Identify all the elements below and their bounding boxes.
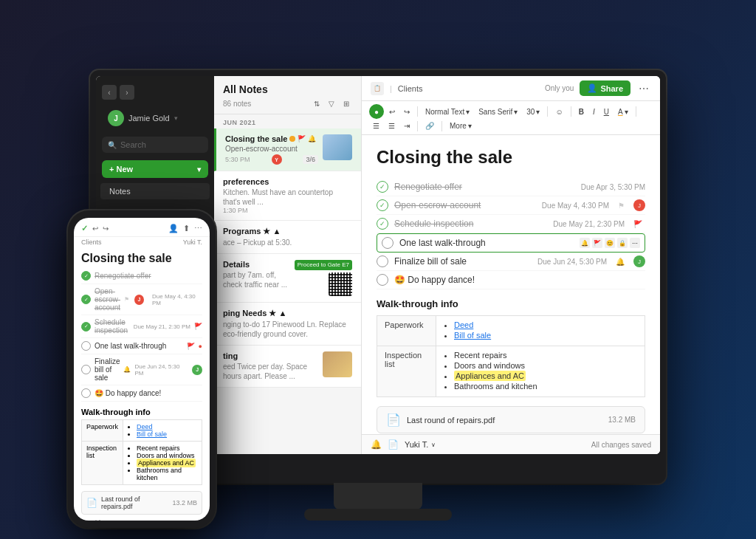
bell-icon: 🔔 [123, 366, 131, 373]
note-item-programs[interactable]: Programs ★ ▲ ace – Pickup at 5:30. [214, 221, 361, 254]
task-text: Schedule inspection [394, 219, 547, 229]
phone-task-inspection: ✓ Schedule inspection Due May 21, 2:30 P… [81, 315, 202, 338]
separator-icon: | [390, 84, 392, 93]
link-deed[interactable]: Deed [137, 423, 153, 430]
text-style-label: Normal Text [425, 108, 464, 116]
footer-username: Yuki T. [405, 440, 428, 449]
dog-thumbnail [323, 351, 352, 377]
task-text: Renegotiate offer [394, 182, 575, 192]
bullets-button[interactable]: ☰ [369, 120, 383, 131]
phone-task-renegotiate: ✓ Renegotiate offer [81, 268, 202, 284]
task-checkbox-done[interactable] [377, 181, 388, 193]
link-bill[interactable]: Bill of sale [137, 430, 167, 438]
table-label: Paperwork [82, 420, 123, 442]
task-checkbox[interactable] [377, 255, 388, 267]
view-icon[interactable]: ⊞ [340, 97, 352, 109]
table-row: Paperwork Deed Bill of sale [82, 420, 202, 442]
sidebar-item-notes[interactable]: Notes [100, 183, 210, 199]
proceed-badge: Proceed to Gate E7 [295, 260, 352, 270]
new-button[interactable]: + New ▾ [102, 160, 208, 178]
sort-icon[interactable]: ⇅ [311, 97, 323, 109]
color-button[interactable]: A ▾ [614, 106, 632, 117]
user-profile[interactable]: J Jamie Gold ▾ [100, 106, 210, 131]
task-checkbox-done[interactable] [377, 218, 388, 230]
note-meta-time: 5:30 PM [225, 156, 250, 163]
info-table: Paperwork Deed Bill of sale Inspection l… [377, 315, 645, 397]
indent-button[interactable]: ⇥ [400, 120, 413, 131]
italic-button[interactable]: I [589, 106, 599, 117]
font-size-dropdown[interactable]: 30 ▾ [523, 106, 543, 117]
text-style-dropdown[interactable]: Normal Text ▾ [422, 106, 473, 117]
link-button[interactable]: 🔗 [422, 120, 438, 131]
share-button[interactable]: 👤 Share [580, 80, 630, 96]
flag-icon: ⚑ [124, 296, 129, 303]
redo-button[interactable]: ↪ [400, 106, 413, 117]
pdf-icon: 📄 [86, 498, 97, 508]
task-checkbox[interactable] [377, 274, 388, 286]
note-item-details[interactable]: Details part by 7am. off, check traffic … [214, 254, 361, 303]
task-text: Finalize bill of sale [394, 256, 532, 267]
bell-action-icon[interactable]: 🔔 [580, 238, 590, 248]
search-bar[interactable]: 🔍 Search [102, 137, 208, 153]
link-bill-of-sale[interactable]: Bill of sale [454, 331, 491, 340]
table-label-inspection: Inspection list [377, 346, 436, 397]
back-button[interactable]: ‹ [102, 85, 117, 100]
note-item-title: Closing the sale 🚩 🔔 [225, 134, 318, 143]
task-escrow: Open-escrow-account Due May 4, 4:30 PM ⚑… [377, 196, 645, 215]
note-item-closing-sale[interactable]: Closing the sale 🚩 🔔 Open-escrow-account… [214, 128, 361, 171]
font-dropdown[interactable]: Sans Serif ▾ [475, 106, 521, 117]
share-icon[interactable]: ⬆ [183, 224, 190, 233]
lock-action-icon[interactable]: 🔒 [617, 238, 628, 248]
task-checkbox-done[interactable] [377, 199, 388, 211]
avatar-icon[interactable]: 👤 [168, 224, 179, 233]
editor-footer: 🔔 📄 Yuki T. ∨ All changes saved [362, 434, 660, 454]
emoji-button[interactable]: ☺ [551, 106, 566, 117]
smiley-action-icon[interactable]: 😊 [605, 238, 615, 248]
notes-list-panel: All Notes 86 notes ⇅ ▽ ⊞ JUN 2021 [214, 76, 362, 454]
note-item-title: ping Needs ★ ▲ [223, 309, 352, 318]
task-text: Renegotiate offer [94, 272, 202, 280]
forward-button[interactable]: › [120, 85, 134, 100]
numbered-button[interactable]: ☰ [385, 120, 399, 131]
flag-action-icon[interactable]: 🚩 [592, 238, 602, 248]
footer-user[interactable]: Yuki T. ∨ [405, 440, 436, 449]
list-item-highlighted: Appliances and AC [137, 459, 197, 467]
task-action-icons: 🔔 🚩 😊 🔒 ⋯ [580, 238, 640, 248]
bell-footer-icon[interactable]: 🔔 [371, 439, 382, 450]
phone-breadcrumb: Clients [81, 238, 102, 246]
more-action-icon[interactable]: ⋯ [630, 238, 640, 248]
note-title-text: Programs ★ ▲ [223, 227, 281, 236]
toolbar-separator [417, 121, 418, 131]
toolbar-separator [441, 121, 442, 131]
note-item-ping[interactable]: ping Needs ★ ▲ nging to-do 17 Pinewood L… [214, 303, 361, 346]
more-icon[interactable]: ⋯ [194, 224, 202, 233]
attachment-row: 📄 Last round of repairs.pdf 13.2 MB [377, 406, 645, 433]
more-button[interactable]: ⋯ [636, 81, 651, 96]
link-deed[interactable]: Deed [454, 320, 473, 329]
user-name: Jamie Gold [128, 114, 170, 123]
toolbar-separator [571, 106, 571, 117]
task-checkbox[interactable] [382, 237, 394, 249]
task-text[interactable]: One last walk-through [399, 238, 574, 248]
chevron-down-icon: ▾ [174, 114, 178, 122]
undo-button[interactable]: ↩ [385, 106, 399, 117]
phone-section-title: Walk-through info [81, 408, 202, 416]
bold-button[interactable]: B [575, 106, 588, 117]
filter-icon[interactable]: ▽ [326, 97, 337, 109]
more-tools-button[interactable]: More ▾ [446, 120, 475, 131]
note-thumbnail [323, 134, 352, 160]
task-walkthrough[interactable]: One last walk-through 🔔 🚩 😊 🔒 ⋯ [377, 233, 645, 253]
task-due: Due May 4, 4:30 PM [152, 293, 202, 306]
note-item-ting[interactable]: ting eed Twice per day. Space hours apar… [214, 346, 361, 388]
bell-yellow-icon: 🔔 [616, 258, 625, 266]
notes-count: 86 notes ⇅ ▽ ⊞ [223, 97, 352, 109]
dot-icon: ● [199, 343, 202, 350]
proceed-text: Proceed to Gate E7 [298, 261, 349, 268]
thumb-image [323, 134, 352, 160]
redo-icon[interactable]: ↪ [103, 224, 109, 233]
doc-footer-icon[interactable]: 📄 [388, 439, 399, 450]
undo-icon[interactable]: ↩ [92, 224, 98, 233]
note-item-title: Details [223, 260, 290, 269]
note-item-preferences[interactable]: preferences Kitchen. Must have an counte… [214, 171, 361, 221]
underline-button[interactable]: U [600, 106, 613, 117]
